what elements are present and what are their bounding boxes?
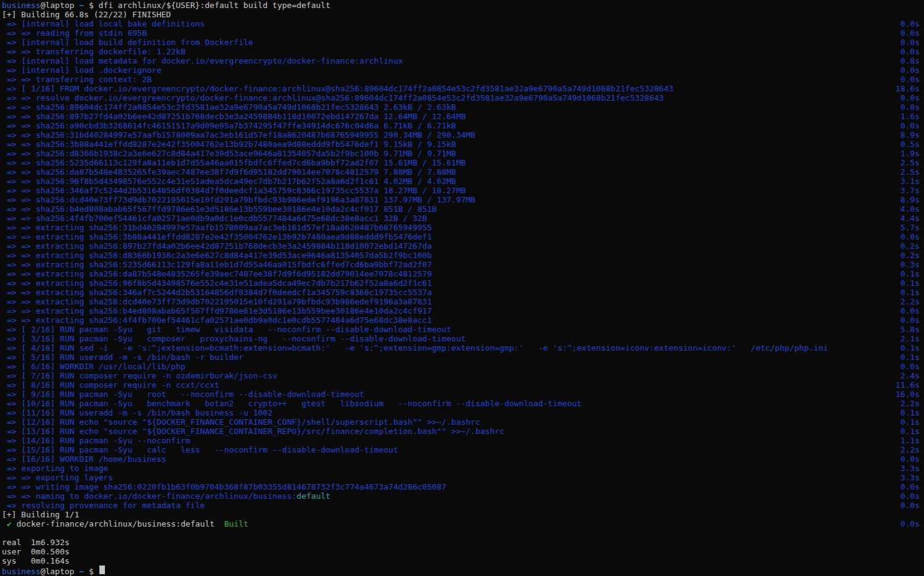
build-log: => [internal] load local bake definition… [2, 19, 920, 510]
build-log-line: => [ 2/16] RUN pacman -Syu git timew vis… [2, 325, 920, 334]
build-log-text: => => writing image sha256:0220fb1b63f0b… [7, 482, 446, 491]
build-log-line: => => extracting sha256:31bd40284997e57a… [2, 223, 920, 232]
build-log-line: => => sha256:96f8b5d43498576e552c4e31e51… [2, 177, 920, 186]
build-log-line: => => sha256:897b27fd4a02b6ee42d87251b76… [2, 112, 920, 121]
build-log-time: 4.0s [901, 204, 920, 214]
build-log-time: 2.5s [901, 167, 920, 177]
build-log-time: 0.0s [901, 28, 920, 38]
build-log-text: => [13/16] RUN echo "source "${DOCKER_FI… [7, 427, 504, 436]
build-log-time: 0.2s [901, 241, 920, 251]
command-text: dfi archlinux/${USER}:default build type… [99, 1, 331, 10]
build-log-line: => [15/16] RUN pacman -Syu calc less --n… [2, 445, 920, 454]
build-log-line: => => extracting sha256:4f4fb700ef54461c… [2, 315, 920, 325]
build-log-time: 16.0s [896, 390, 920, 399]
build-log-text: => [internal] load .dockerignore [7, 65, 161, 75]
build-log-time: 0.0s [901, 38, 920, 47]
prompt-username: business [2, 1, 41, 10]
prompt-host: @laptop [41, 567, 75, 576]
build-log-text: => => extracting sha256:dcd40e73ff73d9db… [7, 297, 432, 306]
build-log-time: 0.0s [901, 75, 920, 84]
build-log-line: => => transferring dockerfile: 1.22kB0.0… [2, 47, 920, 56]
prompt-line-bottom: business@laptop ~ $ [2, 566, 920, 575]
prompt-host: @laptop [41, 1, 75, 10]
build-log-time: 0.0s [901, 19, 920, 28]
build-log-line: => => exporting layers3.3s [2, 473, 920, 482]
build-log-text: => [ 4/16] RUN sed -i -e 's:^;extension=… [7, 343, 828, 353]
build-log-text: => => reading from stdin 695B [7, 28, 147, 38]
terminal-window[interactable]: business@laptop ~ $ dfi archlinux/${USER… [0, 0, 924, 576]
build-log-time: 0.0s [901, 491, 920, 501]
time-summary-row: real1m6.932s [2, 538, 920, 547]
build-log-line: => => extracting sha256:346af7c5244d2b53… [2, 288, 920, 297]
build-log-text: => [ 9/16] RUN pacman -Syu root --noconf… [7, 390, 364, 399]
build-log-text: => => extracting sha256:b4ed808abab65f56… [7, 306, 432, 315]
build-status-header: [+] Building 66.8s (22/22) FINISHED [2, 10, 920, 19]
build-log-text: => => extracting sha256:4f4fb700ef54461c… [7, 315, 432, 325]
build-log-time: 0.0s [901, 102, 920, 112]
terminal-cursor [99, 566, 105, 574]
build-log-time: 5.8s [901, 325, 920, 334]
build-log-line: => => resolve docker.io/evergreencrypto/… [2, 93, 920, 102]
build-log-time: 0.0s [901, 47, 920, 56]
time-summary-label: user [2, 547, 31, 556]
build-log-time: 11.6s [896, 380, 920, 390]
build-log-text: => => transferring dockerfile: 1.22kB [7, 47, 186, 56]
build-log-text: => [ 1/16] FROM docker.io/evergreencrypt… [7, 84, 673, 93]
build-log-time: 0.0s [901, 454, 920, 464]
build-log-time: 0.0s [901, 232, 920, 241]
build-log-line: => => reading from stdin 695B0.0s [2, 28, 920, 38]
build-log-time: 0.8s [901, 56, 920, 65]
build-log-text: => [ 2/16] RUN pacman -Syu git timew vis… [7, 325, 451, 334]
build-log-time: 3.7s [901, 186, 920, 195]
build-log-text: => => extracting sha256:5235d66113c129fa… [7, 260, 432, 269]
build-log-line: => [14/16] RUN pacman -Syu --noconfirm1.… [2, 436, 920, 445]
build-log-time: 0.0s [901, 482, 920, 491]
build-log-text: => [ 5/16] RUN useradd -m -s /bin/bash -… [7, 353, 244, 362]
build-log-text: => => sha256:b4ed808abab65f567ffd9786e61… [7, 204, 437, 214]
build-log-time: 0.1s [901, 408, 920, 417]
build-log-time: 0.1s [901, 427, 920, 436]
build-log-text: => => sha256:31bd40284997e57aafb1578009a… [7, 130, 475, 140]
build-log-line: => => extracting sha256:dcd40e73ff73d9db… [2, 297, 920, 306]
built-image-name: docker-finance/archlinux/business:defaul… [17, 519, 215, 528]
build-log-text: => => sha256:d8366b1938c2a3e6e627c8d84a4… [7, 149, 456, 158]
build-log-time: 0.0s [901, 121, 920, 130]
prompt-line-top: business@laptop ~ $ dfi archlinux/${USER… [2, 1, 920, 10]
build-log-time: 0.0s [901, 306, 920, 315]
build-log-time: 2.2s [901, 297, 920, 306]
build-log-time: 0.2s [901, 251, 920, 260]
build-log-line: => => sha256:dcd40e73ff73d9db7022195015e… [2, 195, 920, 204]
build-log-line: => => sha256:4f4fb700ef54461cfa02571ae0d… [2, 214, 920, 223]
build-log-time: 0.5s [901, 140, 920, 149]
time-summary-label: sys [2, 556, 31, 566]
build-log-text: => => sha256:346af7c5244d2b53164856df038… [7, 186, 466, 195]
build-log-time: 0.3s [901, 260, 920, 269]
build-log-text: => => extracting sha256:897b27fd4a02b6ee… [7, 241, 432, 251]
build-log-text: => [ 6/16] WORKDIR /usr/local/lib/php [7, 362, 186, 371]
checkmark-icon: ✔ [7, 519, 12, 528]
build-log-text: => [12/16] RUN echo "source "${DOCKER_FI… [7, 417, 480, 427]
build-log-text: => [16/16] WORKDIR /home/business [7, 454, 166, 464]
build-log-line: => [12/16] RUN echo "source "${DOCKER_FI… [2, 417, 920, 427]
build-log-line: => => writing image sha256:0220fb1b63f0b… [2, 482, 920, 491]
time-summary-value: 1m6.932s [31, 538, 70, 547]
build-log-time: 2.2s [901, 445, 920, 454]
build-log-time: 1.1s [901, 436, 920, 445]
build-log-time: 0.0s [901, 501, 920, 510]
build-log-text: => => extracting sha256:346af7c5244d2b53… [7, 288, 432, 297]
build-log-time: 0.1s [901, 353, 920, 362]
build-log-text: => => resolve docker.io/evergreencrypto/… [7, 93, 664, 102]
build-log-time: 3.3s [901, 464, 920, 473]
build-log-time: 2.4s [901, 371, 920, 380]
build-log-line: => => sha256:5235d66113c129fa8a11eb1d7d5… [2, 158, 920, 167]
build-log-line: => [ 5/16] RUN useradd -m -s /bin/bash -… [2, 353, 920, 362]
build-log-time: 0.1s [901, 288, 920, 297]
build-log-text: => [ 3/16] RUN pacman -Syu composer prox… [7, 334, 466, 343]
build-log-text: => => naming to docker.io/docker-finance… [7, 491, 297, 501]
build-log-time: 0.0s [901, 519, 920, 528]
build-log-text: => => sha256:897b27fd4a02b6ee42d87251b76… [7, 112, 466, 121]
build-log-line: => => sha256:89604dc174ff2a0854e53c2fd35… [2, 102, 920, 112]
build-log-text: => resolving provenance for metadata fil… [7, 501, 205, 510]
prompt-cwd: ~ [79, 567, 84, 576]
build-log-line: => [ 4/16] RUN sed -i -e 's:^;extension=… [2, 343, 920, 353]
